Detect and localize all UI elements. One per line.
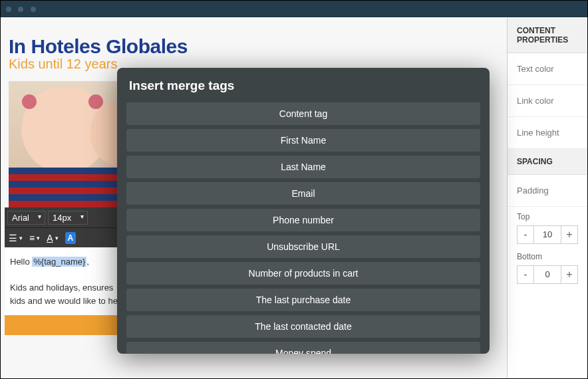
unordered-list-icon[interactable]: ≡▾ xyxy=(29,233,40,243)
content-properties-heading: CONTENT PROPERTIES xyxy=(508,18,587,53)
merge-tag-option[interactable]: Email xyxy=(126,182,480,205)
properties-sidebar: CONTENT PROPERTIES Text color Link color… xyxy=(507,18,587,378)
editor-canvas: In Hoteles Globales Kids until 12 years … xyxy=(1,18,507,378)
merge-token[interactable]: %{tag_name} xyxy=(32,257,86,267)
merge-tag-option[interactable]: Content tag xyxy=(126,102,480,125)
merge-tag-option[interactable]: Phone number xyxy=(126,209,480,231)
merge-tag-list: Content tag First Name Last Name Email P… xyxy=(117,102,490,354)
text-color-icon[interactable]: A▾ xyxy=(47,233,58,243)
top-increment-button[interactable]: + xyxy=(561,225,578,244)
email-headline: In Hoteles Globales xyxy=(9,35,353,58)
bottom-decrement-button[interactable]: - xyxy=(517,265,534,284)
window-titlebar xyxy=(1,1,587,17)
insert-merge-tags-modal: Insert merge tags Content tag First Name… xyxy=(117,68,490,354)
greeting-suffix: , xyxy=(86,257,89,267)
text-color-row[interactable]: Text color xyxy=(508,53,587,85)
bottom-increment-button[interactable]: + xyxy=(561,265,578,284)
line-height-row[interactable]: Line height xyxy=(508,117,587,149)
font-family-select[interactable]: Arial xyxy=(7,211,45,225)
traffic-lights xyxy=(6,3,40,15)
body-line: Kids and holidays, ensures xyxy=(10,283,113,293)
top-value[interactable]: 10 xyxy=(534,225,561,244)
ordered-list-icon[interactable]: ☰▾ xyxy=(9,233,23,243)
traffic-light-dot xyxy=(31,7,36,12)
spacing-heading: SPACING xyxy=(508,149,587,175)
top-label: Top xyxy=(517,212,578,221)
link-color-row[interactable]: Link color xyxy=(508,85,587,117)
traffic-light-dot xyxy=(18,7,23,12)
modal-title: Insert merge tags xyxy=(117,68,490,102)
bottom-value[interactable]: 0 xyxy=(534,265,561,284)
greeting-prefix: Hello xyxy=(10,257,30,267)
merge-tag-option[interactable]: Last Name xyxy=(126,156,480,178)
bottom-label: Bottom xyxy=(517,252,578,261)
merge-tag-option[interactable]: Money spend xyxy=(126,342,480,354)
traffic-light-dot xyxy=(6,7,11,12)
merge-tag-option[interactable]: The last contacted date xyxy=(126,315,480,338)
font-size-select[interactable]: 14px xyxy=(48,211,88,225)
highlight-icon[interactable]: A xyxy=(65,232,76,244)
top-decrement-button[interactable]: - xyxy=(517,225,534,244)
merge-tag-option[interactable]: Number of products in cart xyxy=(126,262,480,285)
merge-tag-option[interactable]: The last purchase date xyxy=(126,289,480,311)
padding-row[interactable]: Padding xyxy=(508,175,587,207)
merge-tag-option[interactable]: Unsubscribe URL xyxy=(126,235,480,258)
body-line: kids and we would like to he xyxy=(10,296,118,306)
merge-tag-option[interactable]: First Name xyxy=(126,129,480,152)
